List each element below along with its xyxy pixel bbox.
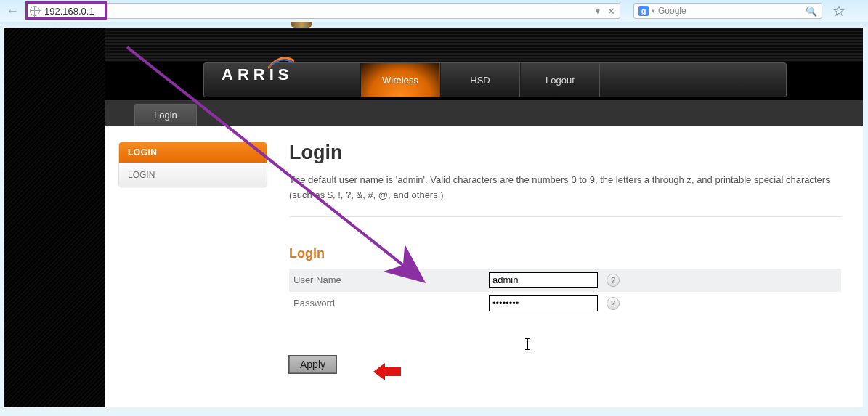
- chevron-down-icon[interactable]: ▾: [652, 7, 655, 15]
- brand-logo: ARR I S: [222, 65, 293, 84]
- intro-text: The default user name is 'admin'. Valid …: [289, 173, 841, 217]
- address-bar[interactable]: 192.168.0.1 ▼ ✕: [25, 3, 620, 19]
- nav-logout[interactable]: Logout: [520, 63, 600, 97]
- content-area: LOGIN LOGIN Login The default user name …: [105, 126, 863, 407]
- username-input[interactable]: [489, 272, 598, 288]
- apply-button[interactable]: Apply: [289, 356, 336, 373]
- search-bar[interactable]: g ▾ Google 🔍: [633, 3, 822, 19]
- left-dark-margin: [4, 28, 105, 407]
- help-icon[interactable]: ?: [607, 274, 620, 287]
- text-caret-icon: [527, 338, 528, 350]
- primary-nav: Wireless HSD Logout: [360, 63, 600, 97]
- section-heading-login: Login: [289, 246, 841, 261]
- help-icon[interactable]: ?: [607, 297, 620, 310]
- label-password: Password: [289, 298, 489, 309]
- nav-wireless[interactable]: Wireless: [360, 63, 440, 97]
- page-frame: Wireless HSD Logout ARR I S Login LOGIN …: [4, 28, 863, 407]
- back-button[interactable]: ←: [4, 3, 20, 19]
- sidebar-item-login[interactable]: LOGIN: [119, 163, 267, 187]
- browser-toolbar: ← 192.168.0.1 ▼ ✕ g ▾ Google 🔍 ☆: [0, 0, 868, 22]
- stop-icon[interactable]: ✕: [607, 6, 615, 17]
- main-panel: Login The default user name is 'admin'. …: [289, 142, 841, 391]
- globe-icon: [30, 6, 40, 16]
- sidebar-header: LOGIN: [119, 142, 267, 163]
- top-dark-margin: [105, 28, 863, 62]
- label-username: User Name: [289, 274, 489, 285]
- row-password: Password ?: [289, 292, 841, 315]
- search-placeholder: Google: [658, 6, 686, 16]
- bookmark-star-icon[interactable]: ☆: [832, 2, 845, 20]
- sub-nav-bar: Login: [105, 100, 863, 126]
- nav-hsd[interactable]: HSD: [440, 63, 520, 97]
- google-icon: g: [638, 6, 649, 16]
- dropdown-icon[interactable]: ▼: [594, 7, 601, 15]
- row-username: User Name ?: [289, 269, 841, 292]
- left-sidebar: LOGIN LOGIN: [118, 142, 267, 391]
- page-title: Login: [289, 142, 841, 164]
- url-text: 192.168.0.1: [44, 6, 94, 17]
- tab-login[interactable]: Login: [134, 104, 197, 126]
- sidebar-card: LOGIN LOGIN: [118, 142, 267, 187]
- password-input[interactable]: [489, 295, 598, 311]
- brand-swoosh-icon: [268, 57, 294, 70]
- search-icon[interactable]: 🔍: [806, 6, 817, 17]
